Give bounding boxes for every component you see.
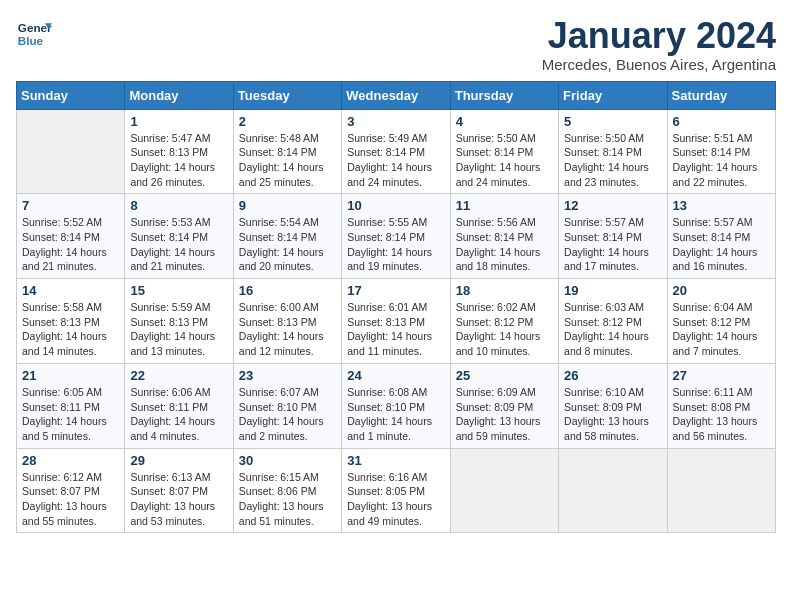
week-row-4: 21Sunrise: 6:05 AM Sunset: 8:11 PM Dayli… — [17, 363, 776, 448]
svg-text:General: General — [18, 21, 52, 34]
day-info: Sunrise: 6:10 AM Sunset: 8:09 PM Dayligh… — [564, 385, 661, 444]
calendar-cell: 15Sunrise: 5:59 AM Sunset: 8:13 PM Dayli… — [125, 279, 233, 364]
calendar-cell: 2Sunrise: 5:48 AM Sunset: 8:14 PM Daylig… — [233, 109, 341, 194]
calendar-cell: 12Sunrise: 5:57 AM Sunset: 8:14 PM Dayli… — [559, 194, 667, 279]
day-info: Sunrise: 6:16 AM Sunset: 8:05 PM Dayligh… — [347, 470, 444, 529]
day-number: 2 — [239, 114, 336, 129]
day-number: 3 — [347, 114, 444, 129]
day-info: Sunrise: 5:50 AM Sunset: 8:14 PM Dayligh… — [564, 131, 661, 190]
day-info: Sunrise: 6:01 AM Sunset: 8:13 PM Dayligh… — [347, 300, 444, 359]
calendar-cell — [559, 448, 667, 533]
calendar-cell: 27Sunrise: 6:11 AM Sunset: 8:08 PM Dayli… — [667, 363, 775, 448]
day-number: 4 — [456, 114, 553, 129]
day-info: Sunrise: 6:12 AM Sunset: 8:07 PM Dayligh… — [22, 470, 119, 529]
week-row-1: 1Sunrise: 5:47 AM Sunset: 8:13 PM Daylig… — [17, 109, 776, 194]
calendar-cell: 25Sunrise: 6:09 AM Sunset: 8:09 PM Dayli… — [450, 363, 558, 448]
day-number: 10 — [347, 198, 444, 213]
day-info: Sunrise: 5:57 AM Sunset: 8:14 PM Dayligh… — [673, 215, 770, 274]
calendar-table: SundayMondayTuesdayWednesdayThursdayFrid… — [16, 81, 776, 534]
day-number: 28 — [22, 453, 119, 468]
day-number: 24 — [347, 368, 444, 383]
calendar-cell: 13Sunrise: 5:57 AM Sunset: 8:14 PM Dayli… — [667, 194, 775, 279]
day-number: 21 — [22, 368, 119, 383]
day-number: 7 — [22, 198, 119, 213]
weekday-header-friday: Friday — [559, 81, 667, 109]
day-number: 26 — [564, 368, 661, 383]
day-info: Sunrise: 5:50 AM Sunset: 8:14 PM Dayligh… — [456, 131, 553, 190]
calendar-cell: 17Sunrise: 6:01 AM Sunset: 8:13 PM Dayli… — [342, 279, 450, 364]
calendar-cell: 30Sunrise: 6:15 AM Sunset: 8:06 PM Dayli… — [233, 448, 341, 533]
calendar-cell: 7Sunrise: 5:52 AM Sunset: 8:14 PM Daylig… — [17, 194, 125, 279]
day-number: 22 — [130, 368, 227, 383]
week-row-2: 7Sunrise: 5:52 AM Sunset: 8:14 PM Daylig… — [17, 194, 776, 279]
day-info: Sunrise: 6:02 AM Sunset: 8:12 PM Dayligh… — [456, 300, 553, 359]
day-info: Sunrise: 5:47 AM Sunset: 8:13 PM Dayligh… — [130, 131, 227, 190]
day-info: Sunrise: 5:48 AM Sunset: 8:14 PM Dayligh… — [239, 131, 336, 190]
location: Mercedes, Buenos Aires, Argentina — [542, 56, 776, 73]
day-info: Sunrise: 6:09 AM Sunset: 8:09 PM Dayligh… — [456, 385, 553, 444]
day-number: 25 — [456, 368, 553, 383]
day-number: 5 — [564, 114, 661, 129]
calendar-cell: 29Sunrise: 6:13 AM Sunset: 8:07 PM Dayli… — [125, 448, 233, 533]
day-info: Sunrise: 5:57 AM Sunset: 8:14 PM Dayligh… — [564, 215, 661, 274]
calendar-cell: 31Sunrise: 6:16 AM Sunset: 8:05 PM Dayli… — [342, 448, 450, 533]
weekday-header-sunday: Sunday — [17, 81, 125, 109]
calendar-cell: 19Sunrise: 6:03 AM Sunset: 8:12 PM Dayli… — [559, 279, 667, 364]
logo: General Blue — [16, 16, 52, 52]
day-number: 16 — [239, 283, 336, 298]
logo-icon: General Blue — [16, 16, 52, 52]
day-number: 13 — [673, 198, 770, 213]
calendar-cell: 24Sunrise: 6:08 AM Sunset: 8:10 PM Dayli… — [342, 363, 450, 448]
day-number: 20 — [673, 283, 770, 298]
day-info: Sunrise: 6:13 AM Sunset: 8:07 PM Dayligh… — [130, 470, 227, 529]
calendar-cell: 26Sunrise: 6:10 AM Sunset: 8:09 PM Dayli… — [559, 363, 667, 448]
day-info: Sunrise: 5:55 AM Sunset: 8:14 PM Dayligh… — [347, 215, 444, 274]
weekday-header-saturday: Saturday — [667, 81, 775, 109]
day-info: Sunrise: 5:56 AM Sunset: 8:14 PM Dayligh… — [456, 215, 553, 274]
calendar-cell: 20Sunrise: 6:04 AM Sunset: 8:12 PM Dayli… — [667, 279, 775, 364]
day-info: Sunrise: 5:54 AM Sunset: 8:14 PM Dayligh… — [239, 215, 336, 274]
month-title: January 2024 — [542, 16, 776, 56]
day-info: Sunrise: 6:03 AM Sunset: 8:12 PM Dayligh… — [564, 300, 661, 359]
day-number: 29 — [130, 453, 227, 468]
page-header: General Blue January 2024 Mercedes, Buen… — [16, 16, 776, 73]
calendar-cell: 16Sunrise: 6:00 AM Sunset: 8:13 PM Dayli… — [233, 279, 341, 364]
day-info: Sunrise: 5:58 AM Sunset: 8:13 PM Dayligh… — [22, 300, 119, 359]
week-row-5: 28Sunrise: 6:12 AM Sunset: 8:07 PM Dayli… — [17, 448, 776, 533]
day-info: Sunrise: 6:08 AM Sunset: 8:10 PM Dayligh… — [347, 385, 444, 444]
svg-text:Blue: Blue — [18, 34, 44, 47]
day-info: Sunrise: 6:06 AM Sunset: 8:11 PM Dayligh… — [130, 385, 227, 444]
day-info: Sunrise: 6:05 AM Sunset: 8:11 PM Dayligh… — [22, 385, 119, 444]
calendar-cell: 21Sunrise: 6:05 AM Sunset: 8:11 PM Dayli… — [17, 363, 125, 448]
calendar-cell: 3Sunrise: 5:49 AM Sunset: 8:14 PM Daylig… — [342, 109, 450, 194]
day-info: Sunrise: 5:52 AM Sunset: 8:14 PM Dayligh… — [22, 215, 119, 274]
week-row-3: 14Sunrise: 5:58 AM Sunset: 8:13 PM Dayli… — [17, 279, 776, 364]
day-number: 15 — [130, 283, 227, 298]
day-info: Sunrise: 6:04 AM Sunset: 8:12 PM Dayligh… — [673, 300, 770, 359]
day-number: 31 — [347, 453, 444, 468]
weekday-header-tuesday: Tuesday — [233, 81, 341, 109]
calendar-cell: 11Sunrise: 5:56 AM Sunset: 8:14 PM Dayli… — [450, 194, 558, 279]
day-number: 1 — [130, 114, 227, 129]
calendar-cell: 5Sunrise: 5:50 AM Sunset: 8:14 PM Daylig… — [559, 109, 667, 194]
calendar-cell: 8Sunrise: 5:53 AM Sunset: 8:14 PM Daylig… — [125, 194, 233, 279]
calendar-cell: 23Sunrise: 6:07 AM Sunset: 8:10 PM Dayli… — [233, 363, 341, 448]
calendar-cell: 22Sunrise: 6:06 AM Sunset: 8:11 PM Dayli… — [125, 363, 233, 448]
calendar-cell: 28Sunrise: 6:12 AM Sunset: 8:07 PM Dayli… — [17, 448, 125, 533]
day-info: Sunrise: 5:59 AM Sunset: 8:13 PM Dayligh… — [130, 300, 227, 359]
calendar-cell — [17, 109, 125, 194]
day-number: 6 — [673, 114, 770, 129]
day-number: 18 — [456, 283, 553, 298]
day-number: 23 — [239, 368, 336, 383]
calendar-cell: 6Sunrise: 5:51 AM Sunset: 8:14 PM Daylig… — [667, 109, 775, 194]
day-info: Sunrise: 6:11 AM Sunset: 8:08 PM Dayligh… — [673, 385, 770, 444]
day-info: Sunrise: 6:15 AM Sunset: 8:06 PM Dayligh… — [239, 470, 336, 529]
calendar-cell: 14Sunrise: 5:58 AM Sunset: 8:13 PM Dayli… — [17, 279, 125, 364]
day-info: Sunrise: 5:53 AM Sunset: 8:14 PM Dayligh… — [130, 215, 227, 274]
day-number: 8 — [130, 198, 227, 213]
day-number: 27 — [673, 368, 770, 383]
day-info: Sunrise: 5:49 AM Sunset: 8:14 PM Dayligh… — [347, 131, 444, 190]
day-number: 17 — [347, 283, 444, 298]
title-block: January 2024 Mercedes, Buenos Aires, Arg… — [542, 16, 776, 73]
calendar-cell: 1Sunrise: 5:47 AM Sunset: 8:13 PM Daylig… — [125, 109, 233, 194]
